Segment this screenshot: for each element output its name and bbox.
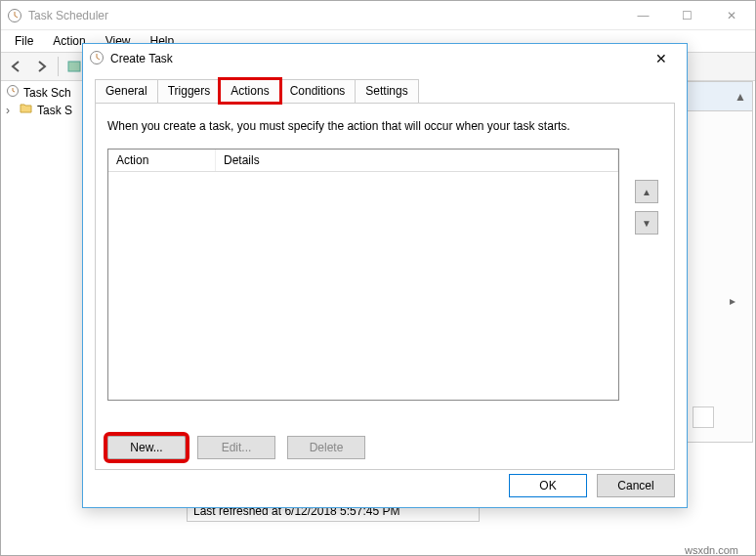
column-details[interactable]: Details	[216, 150, 618, 171]
move-down-button[interactable]: ▼	[635, 211, 658, 235]
dialog-close-button[interactable]: ✕	[642, 45, 681, 72]
main-titlebar: Task Scheduler — ☐ ✕	[1, 1, 755, 30]
tab-strip: General Triggers Actions Conditions Sett…	[95, 79, 675, 103]
move-up-button[interactable]: ▲	[635, 180, 658, 203]
actions-list[interactable]: Action Details	[107, 149, 619, 401]
maximize-button[interactable]: ☐	[665, 2, 709, 29]
new-button[interactable]: New...	[107, 436, 186, 459]
dialog-title: Create Task	[110, 52, 642, 65]
edit-button[interactable]: Edit...	[197, 436, 275, 459]
tab-general[interactable]: General	[95, 79, 158, 103]
create-task-dialog: Create Task ✕ General Triggers Actions C…	[82, 43, 688, 508]
clock-icon	[6, 84, 20, 101]
main-title: Task Scheduler	[28, 9, 621, 22]
actions-pane: ▲	[687, 81, 753, 443]
tree-root-label: Task Sch	[23, 86, 71, 100]
tree-child-label: Task S	[37, 104, 72, 117]
back-button[interactable]	[5, 55, 28, 78]
list-body[interactable]	[108, 172, 618, 400]
ok-button[interactable]: OK	[509, 474, 587, 497]
forward-button[interactable]	[30, 55, 54, 78]
tab-triggers[interactable]: Triggers	[157, 79, 222, 103]
status-button[interactable]	[693, 406, 714, 428]
cancel-button[interactable]: Cancel	[597, 474, 675, 497]
clock-icon	[7, 8, 22, 23]
delete-button[interactable]: Delete	[287, 436, 365, 459]
expand-icon[interactable]: ›	[6, 104, 16, 117]
column-action[interactable]: Action	[108, 150, 216, 171]
tab-settings[interactable]: Settings	[355, 79, 418, 103]
list-header: Action Details	[108, 150, 618, 172]
instruction-text: When you create a task, you must specify…	[107, 119, 662, 133]
clock-icon	[89, 50, 105, 68]
close-button[interactable]: ✕	[709, 2, 753, 29]
tab-actions[interactable]: Actions	[220, 79, 279, 103]
folder-icon	[20, 103, 33, 117]
minimize-button[interactable]: —	[621, 2, 665, 29]
dialog-titlebar: Create Task ✕	[83, 44, 687, 73]
svg-rect-1	[68, 62, 80, 71]
tab-conditions[interactable]: Conditions	[279, 79, 357, 103]
tab-panel-actions: When you create a task, you must specify…	[95, 103, 675, 470]
menu-file[interactable]: File	[7, 32, 41, 50]
chevron-right-icon: ▸	[730, 294, 735, 308]
actions-pane-header: ▲	[688, 82, 752, 111]
watermark: wsxdn.com	[685, 544, 738, 556]
